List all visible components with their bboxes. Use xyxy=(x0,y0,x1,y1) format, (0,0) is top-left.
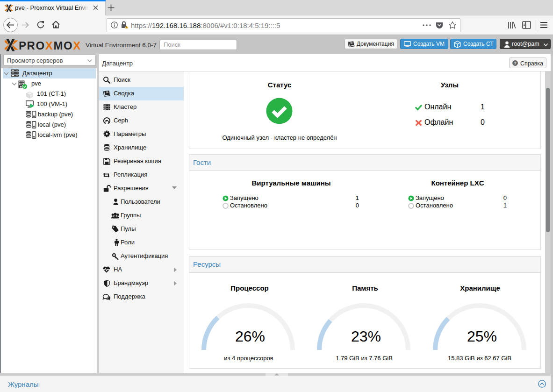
svg-text:PROXMOX: PROXMOX xyxy=(19,39,81,52)
svg-text:?: ? xyxy=(514,60,517,65)
